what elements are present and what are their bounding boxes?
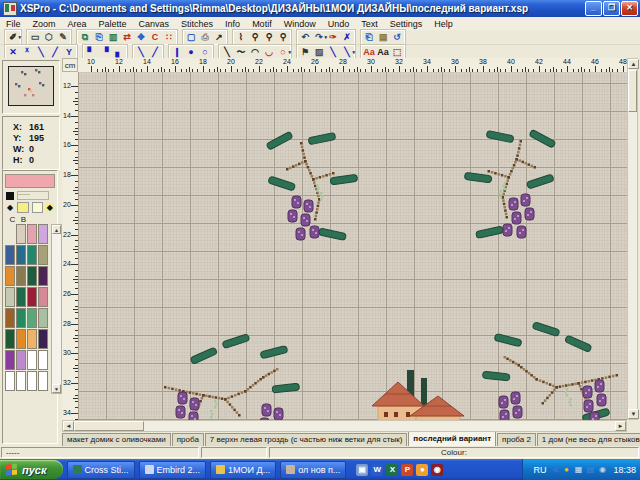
curve-line-button[interactable]: 〜 xyxy=(234,46,248,58)
menu-motif[interactable]: Motif xyxy=(246,19,278,29)
dashed-select-button[interactable]: ⬚ xyxy=(390,46,404,58)
palette-swatch[interactable] xyxy=(16,245,26,265)
quarter-stitch-tr-button[interactable]: ▝ xyxy=(98,46,112,58)
dashed-style-box[interactable]: ------ xyxy=(17,191,49,200)
network-tray-icon[interactable]: ◉ xyxy=(597,465,607,475)
menu-help[interactable]: Help xyxy=(428,19,459,29)
menu-file[interactable]: File xyxy=(0,19,27,29)
vertical-stitch-button[interactable]: ❙ xyxy=(170,46,184,58)
circle-shape-button[interactable]: ○▾ xyxy=(276,46,290,58)
zoom-out-button[interactable]: ⚲ xyxy=(262,31,276,43)
palette-swatch[interactable] xyxy=(5,245,15,265)
undo-button[interactable]: ↶ xyxy=(298,31,312,43)
language-indicator[interactable]: RU xyxy=(533,465,546,475)
taskbar-task-button[interactable]: Cross Sti... xyxy=(67,461,135,479)
text-tool-red-button[interactable]: Aa xyxy=(362,46,376,58)
document-tab[interactable]: проба xyxy=(172,433,204,446)
copy-motif-button[interactable]: ⎘ xyxy=(92,31,106,43)
arc-up-button[interactable]: ◠ xyxy=(248,46,262,58)
palette-swatch[interactable] xyxy=(27,329,37,349)
palette-swatch[interactable] xyxy=(27,371,37,391)
pattern-fill-button[interactable]: ∷ xyxy=(162,31,176,43)
move-motif-button[interactable]: ✥ xyxy=(134,31,148,43)
stamp-motif-button[interactable]: ▥ xyxy=(106,31,120,43)
thick-backstitch-button[interactable]: ╲ xyxy=(326,46,340,58)
grid-tool-button[interactable]: ▨ xyxy=(312,46,326,58)
mirror-motif-button[interactable]: ⇄ xyxy=(120,31,134,43)
palette-scrollbar[interactable]: ▲▼ xyxy=(51,224,62,394)
palette-swatch[interactable] xyxy=(38,224,48,244)
palette-swatch[interactable] xyxy=(16,224,26,244)
palette-swatch[interactable] xyxy=(5,329,15,349)
thin-backstitch-dropdown-icon[interactable]: ▾ xyxy=(352,46,355,58)
start-button[interactable]: пуск xyxy=(0,460,63,479)
word-icon[interactable]: W xyxy=(371,464,383,476)
horizontal-scrollbar[interactable]: ◄ ► xyxy=(62,420,627,432)
three-quarter-stitch-button[interactable]: Y xyxy=(62,46,76,58)
document-tab[interactable]: 1 дом (не весь для стыковки) xyxy=(537,433,640,446)
powerpoint-icon[interactable]: P xyxy=(401,464,413,476)
quarter-stitch-tl-button[interactable]: ▘ xyxy=(84,46,98,58)
menu-stitches[interactable]: Stitches xyxy=(175,19,219,29)
palette-swatch[interactable] xyxy=(16,287,26,307)
document-tab[interactable]: 7 верхн левая гроздь (с частью ниж ветки… xyxy=(205,433,408,446)
document-tab[interactable]: проба 2 xyxy=(497,433,536,446)
backstitch-left-button[interactable]: ╲ xyxy=(134,46,148,58)
palette-swatch[interactable] xyxy=(27,308,37,328)
orange-app-icon[interactable]: ● xyxy=(416,464,428,476)
arc-down-button[interactable]: ◡ xyxy=(262,46,276,58)
excel-icon[interactable]: X xyxy=(386,464,398,476)
palette-swatch[interactable] xyxy=(38,350,48,370)
minimize-button[interactable]: _ xyxy=(585,1,602,16)
zoom-fit-button[interactable]: ⚲ xyxy=(276,31,290,43)
half-stitch-back-button[interactable]: ╲ xyxy=(34,46,48,58)
scroll-up-button[interactable]: ▲ xyxy=(628,59,639,69)
palette-scroll-up[interactable]: ▲ xyxy=(52,225,61,234)
print-export-button[interactable]: ⎙ xyxy=(198,31,212,43)
palette-swatch[interactable] xyxy=(27,245,37,265)
menu-info[interactable]: Info xyxy=(219,19,246,29)
palette-swatch[interactable] xyxy=(5,308,15,328)
pencil-tool-dropdown-icon[interactable]: ▾ xyxy=(18,31,21,43)
french-knot-button[interactable]: ● xyxy=(184,46,198,58)
maximize-button[interactable]: ❐ xyxy=(603,1,620,16)
palette-swatch[interactable] xyxy=(38,371,48,391)
preview-view-button[interactable]: ▢ xyxy=(184,31,198,43)
quarter-stitch-bl-button[interactable]: ▖ xyxy=(112,46,126,58)
thin-backstitch-button[interactable]: ╲▾ xyxy=(340,46,354,58)
palette-scroll-down[interactable]: ▼ xyxy=(52,384,61,393)
vertical-scrollbar[interactable]: ▲ ▼ xyxy=(627,58,638,420)
yellow-swatch[interactable] xyxy=(17,202,28,213)
taskbar-task-button[interactable]: ол нов п... xyxy=(280,461,346,479)
scroll-left-button[interactable]: ◄ xyxy=(63,421,74,431)
close-button[interactable]: ✕ xyxy=(621,1,638,16)
palette-swatch[interactable] xyxy=(38,266,48,286)
scroll-down-button[interactable]: ▼ xyxy=(628,409,639,419)
palette-swatch[interactable] xyxy=(38,329,48,349)
menu-text[interactable]: Text xyxy=(355,19,384,29)
menu-zoom[interactable]: Zoom xyxy=(27,19,62,29)
display-tray-icon[interactable]: ▦ xyxy=(573,465,583,475)
bead-button[interactable]: ○ xyxy=(198,46,212,58)
pointer-arrow-button[interactable]: ↗ xyxy=(212,31,226,43)
freehand-tool-button[interactable]: ✎ xyxy=(56,31,70,43)
scroll-track[interactable] xyxy=(144,421,615,431)
palette-swatch[interactable] xyxy=(27,224,37,244)
pale-yellow-swatch[interactable] xyxy=(32,202,43,213)
cut-motif-button[interactable]: ⧉ xyxy=(78,31,92,43)
palette-swatch[interactable] xyxy=(5,266,15,286)
taskbar-task-button[interactable]: 1МОИ Д... xyxy=(210,461,276,479)
palette-swatch[interactable] xyxy=(38,287,48,307)
palette-swatch[interactable] xyxy=(16,308,26,328)
current-color-swatch[interactable] xyxy=(5,174,55,188)
menu-window[interactable]: Window xyxy=(278,19,322,29)
palette-swatch[interactable] xyxy=(16,350,26,370)
diamond-symbol-right[interactable]: ◆ xyxy=(46,203,54,212)
vertical-scroll-thumb[interactable] xyxy=(628,70,637,112)
knife-tool-button[interactable]: ⚑ xyxy=(298,46,312,58)
menu-palette[interactable]: Palette xyxy=(93,19,133,29)
palette-swatch[interactable] xyxy=(27,266,37,286)
palette-swatch[interactable] xyxy=(5,350,15,370)
document-tab[interactable]: последний вариант xyxy=(408,432,496,446)
chart-tray-icon[interactable]: ▤ xyxy=(585,465,595,475)
